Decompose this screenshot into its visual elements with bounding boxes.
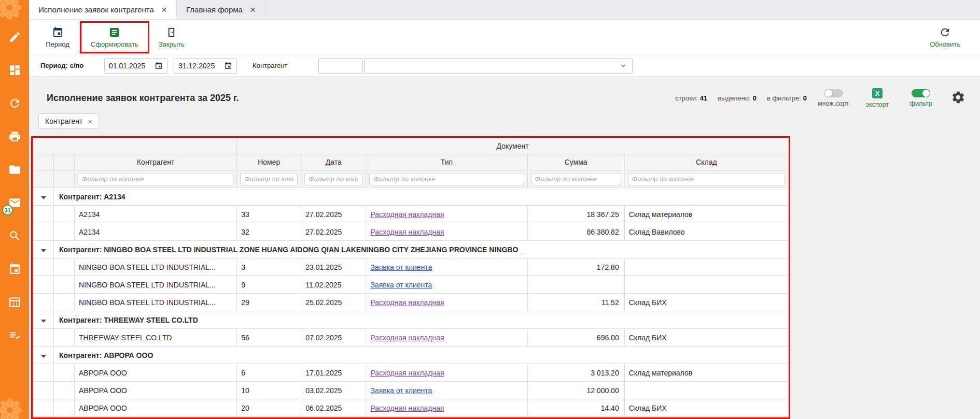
toggle-on-icon[interactable] xyxy=(912,89,930,97)
doc-type-link[interactable]: Заявка от клиента xyxy=(370,386,432,395)
date-to-value: 31.12.2025 xyxy=(178,62,215,70)
period-range-label: Период: с/по xyxy=(40,62,83,69)
group-collapse-toggle[interactable] xyxy=(33,241,54,258)
counterparty-cell: АВРОРА ООО xyxy=(75,364,237,382)
date-cell: 27.02.2025 xyxy=(301,223,366,241)
header-select-col xyxy=(54,154,75,170)
table-row[interactable]: А21343227.02.2025Расходная накладная86 3… xyxy=(33,223,789,241)
selected-count: выделено:0 xyxy=(718,94,757,102)
row-expander-cell xyxy=(33,276,54,294)
date-column-filter-input[interactable] xyxy=(304,173,362,185)
table-row[interactable]: АВРОРА ООО2006.02.2025Расходная накладна… xyxy=(33,399,789,417)
group-collapse-toggle[interactable] xyxy=(33,188,54,206)
counterparty-code-input[interactable] xyxy=(318,58,363,74)
col-header-type[interactable]: Тип xyxy=(366,154,527,170)
doc-type-link[interactable]: Расходная накладная xyxy=(370,228,444,236)
calendar-icon[interactable] xyxy=(6,260,23,278)
multisort-toggle[interactable]: множ.сорт. xyxy=(817,89,850,107)
col-header-sum[interactable]: Сумма xyxy=(527,154,624,170)
tab-close-icon[interactable]: × xyxy=(250,5,256,15)
sum-column-filter-input[interactable] xyxy=(531,173,621,185)
col-header-counterparty[interactable]: Контрагент xyxy=(75,154,237,170)
counterparty-cell: А2134 xyxy=(75,223,237,241)
col-header-date[interactable]: Дата xyxy=(301,154,366,170)
generate-button-label: Сформировать xyxy=(91,40,138,48)
doc-type-link[interactable]: Заявка от клиента xyxy=(370,281,432,289)
report-area: Исполнение заявок контрагента за 2025 г.… xyxy=(29,77,980,419)
number-column-filter-input[interactable] xyxy=(240,173,298,185)
table-row[interactable]: NINGBO BOA STEEL LTD INDUSTRIAL...911.02… xyxy=(33,276,789,294)
print-icon[interactable] xyxy=(6,127,23,145)
col-header-number[interactable]: Номер xyxy=(237,154,301,170)
row-select-cell xyxy=(54,329,75,346)
calendar-icon[interactable] xyxy=(224,62,232,70)
row-select-cell xyxy=(54,294,75,311)
edit-icon[interactable] xyxy=(6,28,23,46)
group-row: Контрагент: NINGBO BOA STEEL LTD INDUSTR… xyxy=(33,241,789,258)
table-icon[interactable] xyxy=(6,293,23,311)
gear-icon[interactable] xyxy=(951,90,965,105)
tab-main-form[interactable]: Главная форма × xyxy=(177,0,265,19)
sum-cell: 12 000.00 xyxy=(527,382,624,399)
counterparty-combobox[interactable] xyxy=(364,58,633,74)
table-row[interactable]: АВРОРА ООО1003.02.2025Заявка от клиента1… xyxy=(33,382,789,399)
modules-icon[interactable] xyxy=(6,61,23,79)
row-expander-cell xyxy=(33,223,54,241)
date-cell: 06.02.2025 xyxy=(301,399,366,417)
settings-button[interactable] xyxy=(951,90,965,106)
doc-type-link[interactable]: Расходная накладная xyxy=(370,369,444,377)
warehouse-cell xyxy=(624,276,788,294)
excel-icon[interactable]: X xyxy=(872,88,883,98)
date-from-input[interactable]: 01.01.2025 xyxy=(104,58,167,74)
row-select-cell xyxy=(54,382,75,399)
calendar-icon[interactable] xyxy=(155,62,163,70)
warehouse-column-filter-input[interactable] xyxy=(628,173,785,185)
tab-execution-of-requests[interactable]: Исполнение заявок контрагента × xyxy=(29,0,177,19)
date-to-input[interactable]: 31.12.2025 xyxy=(174,58,237,74)
table-row[interactable]: NINGBO BOA STEEL LTD INDUSTRIAL...323.01… xyxy=(33,258,789,276)
chip-remove-icon[interactable]: × xyxy=(88,118,92,125)
date-cell: 17.01.2025 xyxy=(301,364,366,382)
toggle-off-icon[interactable] xyxy=(824,89,843,97)
counterparty-cell: NINGBO BOA STEEL LTD INDUSTRIAL... xyxy=(75,258,237,276)
warehouse-cell: Склад Вавилово xyxy=(624,223,788,241)
type-column-filter-input[interactable] xyxy=(369,173,524,185)
toolbar: Период Сформировать Закрыть Обновить xyxy=(29,20,980,55)
doc-type-link[interactable]: Расходная накладная xyxy=(370,334,444,342)
refresh-button[interactable]: Обновить xyxy=(926,24,964,50)
period-button-label: Период xyxy=(46,40,69,48)
folder-icon[interactable] xyxy=(6,161,23,178)
annotation-table: Документ Контрагент Номер Дата Тип Сумма… xyxy=(31,136,790,419)
table-row[interactable]: АВРОРА ООО617.01.2025Расходная накладная… xyxy=(33,364,789,382)
close-button[interactable]: Закрыть xyxy=(155,24,189,50)
report-header: Исполнение заявок контрагента за 2025 г.… xyxy=(29,83,980,112)
mail-icon[interactable]: 31 xyxy=(6,194,23,211)
counterparty-column-filter-input[interactable] xyxy=(78,173,233,185)
col-header-warehouse[interactable]: Склад xyxy=(624,154,788,170)
date-cell: 11.02.2025 xyxy=(301,276,366,294)
table-row[interactable]: THREEWAY STEEL CO.LTD5607.02.2025Расходн… xyxy=(33,329,789,346)
period-button[interactable]: Период xyxy=(40,24,75,50)
doc-type-cell: Расходная накладная xyxy=(366,399,527,417)
tasks-icon[interactable] xyxy=(6,326,23,344)
sync-icon[interactable] xyxy=(6,94,23,112)
warehouse-cell: Склад БИХ xyxy=(624,329,788,346)
table-row[interactable]: А21343327.02.2025Расходная накладная18 3… xyxy=(33,206,789,223)
group-row: Контрагент: THREEWAY STEEL CO.LTD xyxy=(33,311,789,329)
generate-button[interactable]: Сформировать xyxy=(87,24,143,50)
doc-type-link[interactable]: Расходная накладная xyxy=(370,404,444,412)
chevron-down-icon[interactable] xyxy=(620,62,627,69)
counterparty-filter-chip[interactable]: Контрагент × xyxy=(38,113,99,129)
export-button[interactable]: X экспорт xyxy=(861,88,894,108)
doc-type-link[interactable]: Расходная накладная xyxy=(370,298,444,307)
number-cell: 33 xyxy=(237,206,301,223)
doc-type-link[interactable]: Расходная накладная xyxy=(370,210,444,219)
filter-toggle[interactable]: фильтр xyxy=(904,89,937,107)
doc-type-link[interactable]: Заявка от клиента xyxy=(370,263,432,271)
table-row[interactable]: NINGBO BOA STEEL LTD INDUSTRIAL...2925.0… xyxy=(33,294,789,311)
tab-close-icon[interactable]: × xyxy=(161,5,167,15)
search-icon[interactable] xyxy=(6,227,23,244)
group-collapse-toggle[interactable] xyxy=(33,346,54,364)
generate-report-icon xyxy=(108,26,120,38)
group-collapse-toggle[interactable] xyxy=(33,311,54,329)
